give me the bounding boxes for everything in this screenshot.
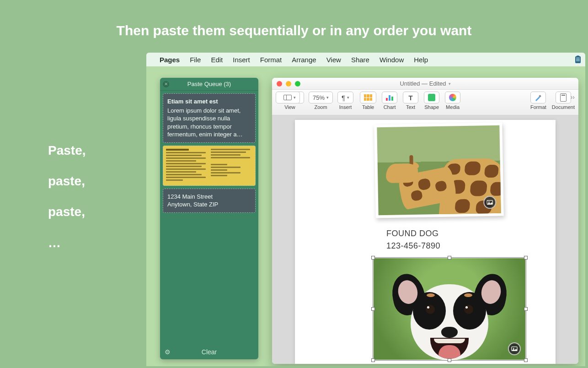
toolbar-insert[interactable]: ¶▾ Insert — [337, 92, 353, 110]
toolbar-chart[interactable]: Chart — [382, 92, 397, 110]
svg-point-9 — [513, 348, 514, 349]
dog-illustration — [395, 268, 504, 360]
toolbar-shape[interactable]: Shape — [424, 92, 439, 110]
toolbar-label: Shape — [424, 104, 439, 110]
paste-queue-footer: ⚙ Clear — [160, 345, 258, 359]
toolbar-label: Document — [552, 104, 575, 110]
sidetext-line: paste, — [48, 166, 86, 196]
paste-queue-title: Paste Queue (3) — [187, 81, 231, 87]
caption-line: FOUND DOG — [386, 229, 440, 238]
window-minimize-button[interactable] — [286, 81, 291, 87]
menu-edit[interactable]: Edit — [206, 56, 228, 64]
toolbar-label: Table — [362, 104, 374, 110]
window-title: Untitled — Edited — [400, 80, 446, 87]
menu-window[interactable]: Window — [374, 56, 409, 64]
svg-rect-1 — [577, 56, 579, 57]
shape-icon — [428, 94, 435, 101]
text-icon: T — [409, 94, 413, 102]
chart-icon — [386, 94, 393, 101]
window-zoom-button[interactable] — [295, 81, 300, 87]
queue-item-body: Lorem ipsum dolor sit amet, ligula suspe… — [167, 107, 243, 138]
svg-rect-3 — [576, 59, 580, 60]
queue-item[interactable]: 1234 Main Street Anytown, State ZIP — [163, 189, 256, 213]
media-icon — [449, 94, 456, 101]
pages-toolbar: ▾ View 75%▾ Zoom ¶▾ Insert Table — [272, 90, 578, 115]
close-icon[interactable]: ✕ — [163, 81, 169, 87]
macos-desktop: Pages File Edit Insert Format Arrange Vi… — [146, 53, 585, 366]
paste-queue-list: Etiam sit amet est Lorem ipsum dolor sit… — [160, 91, 258, 345]
queue-item[interactable]: Etiam sit amet est Lorem ipsum dolor sit… — [163, 93, 256, 143]
toolbar-table[interactable]: Table — [360, 92, 376, 110]
menubar-extra-clipboard-icon[interactable] — [574, 55, 582, 64]
toolbar-format[interactable]: Format — [530, 92, 546, 110]
queue-item-body: 1234 Main Street Anytown, State ZIP — [167, 193, 218, 208]
toolbar-view[interactable]: ▾ View — [276, 92, 304, 110]
menu-insert[interactable]: Insert — [228, 56, 255, 64]
menubar-app-name[interactable]: Pages — [155, 56, 185, 64]
document-icon — [560, 93, 567, 102]
toolbar-label: Format — [530, 104, 546, 110]
document-canvas[interactable]: FOUND DOG 123-456-7890 — [272, 115, 578, 364]
menu-view[interactable]: View — [321, 56, 346, 64]
paste-queue-header: ✕ Paste Queue (3) — [160, 78, 258, 91]
traffic-lights — [277, 81, 300, 87]
queue-item-thumbnail[interactable] — [163, 146, 256, 186]
document-page: FOUND DOG 123-456-7890 — [295, 120, 556, 364]
menubar: Pages File Edit Insert Format Arrange Vi… — [146, 53, 585, 66]
toolbar-zoom[interactable]: 75%▾ Zoom — [309, 92, 333, 110]
queue-item-heading: Etiam sit amet est — [167, 97, 251, 106]
paste-queue-panel: ✕ Paste Queue (3) Etiam sit amet est Lor… — [160, 78, 258, 359]
pages-window: Untitled — Edited ▾ ▾ View 75%▾ Zoom ¶▾ … — [272, 78, 578, 364]
toolbar-label: Zoom — [314, 104, 327, 110]
gear-icon[interactable]: ⚙ — [165, 348, 171, 356]
table-icon — [364, 94, 372, 101]
svg-point-7 — [488, 201, 489, 202]
window-close-button[interactable] — [277, 81, 282, 87]
clear-button[interactable]: Clear — [202, 348, 217, 356]
menu-arrange[interactable]: Arrange — [287, 56, 321, 64]
toolbar-overflow-icon[interactable]: ›› — [571, 93, 575, 101]
sidetext-line: paste, — [48, 196, 86, 227]
document-text[interactable]: FOUND DOG 123-456-7890 — [386, 229, 440, 251]
menu-share[interactable]: Share — [346, 56, 374, 64]
marketing-headline: Then paste them sequentially or in any o… — [0, 23, 588, 38]
toolbar-media[interactable]: Media — [445, 92, 460, 110]
image-badge-icon[interactable] — [508, 342, 521, 355]
toolbar-label: Text — [406, 104, 415, 110]
toolbar-text[interactable]: T Text — [403, 92, 418, 110]
svg-rect-4 — [576, 60, 580, 61]
thumbnail-preview — [166, 149, 252, 183]
svg-rect-0 — [575, 56, 581, 63]
toolbar-label: View — [284, 104, 295, 110]
view-icon — [283, 95, 292, 100]
zoom-value: 75% — [313, 94, 325, 101]
image-dog-selected[interactable] — [374, 258, 525, 360]
sidetext-line: … — [48, 227, 86, 258]
chevron-down-icon[interactable]: ▾ — [449, 81, 451, 86]
toolbar-label: Insert — [339, 104, 352, 110]
marketing-sidetext: Paste, paste, paste, … — [48, 135, 86, 258]
format-icon — [535, 94, 542, 101]
menu-help[interactable]: Help — [409, 56, 433, 64]
menu-format[interactable]: Format — [255, 56, 287, 64]
svg-rect-2 — [576, 58, 580, 58]
menu-file[interactable]: File — [185, 56, 206, 64]
caption-line: 123-456-7890 — [386, 241, 440, 251]
image-giraffe[interactable] — [374, 123, 504, 218]
toolbar-label: Chart — [384, 104, 396, 110]
toolbar-label: Media — [446, 104, 460, 110]
sidetext-line: Paste, — [48, 135, 86, 166]
window-titlebar[interactable]: Untitled — Edited ▾ — [272, 78, 578, 90]
